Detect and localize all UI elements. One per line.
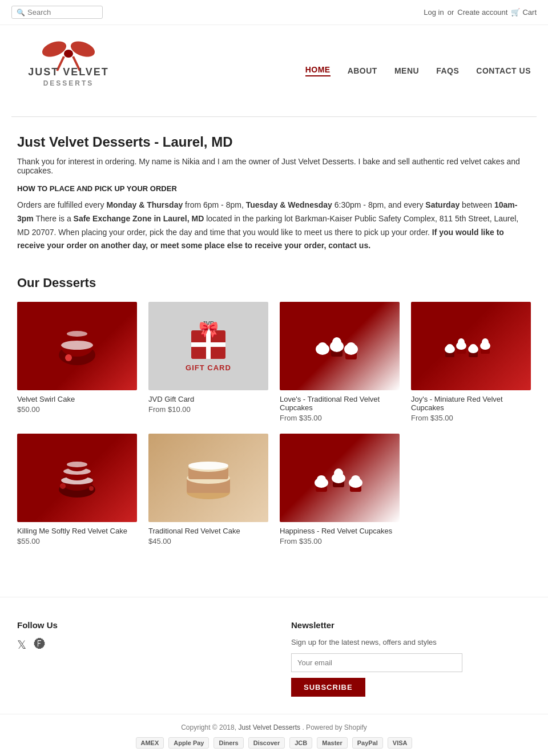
brand-link[interactable]: Just Velvet Desserts bbox=[238, 723, 300, 731]
dessert-card-joys-cupcakes[interactable]: Joy's - Miniature Red Velvet Cupcakes Fr… bbox=[411, 302, 531, 422]
dessert-card-gift-card[interactable]: JVD 🎀 GIFT CARD JVD Gi bbox=[148, 302, 268, 422]
dessert-name-gift-card: JVD Gift Card bbox=[148, 395, 268, 403]
social-icons: 𝕏 🅕 bbox=[17, 638, 257, 652]
dessert-price-velvet-swirl: $50.00 bbox=[17, 405, 137, 414]
payment-jcb: JCB bbox=[289, 737, 312, 749]
logo-area[interactable]: JUST VELVET DESSERTS bbox=[17, 37, 120, 105]
footer-follow-us: Follow Us 𝕏 🅕 bbox=[17, 620, 257, 697]
svg-point-33 bbox=[482, 338, 489, 346]
search-form: 🔍 bbox=[11, 6, 103, 19]
gc-bow: 🎀 bbox=[199, 320, 219, 339]
payment-diners: Diners bbox=[213, 737, 243, 749]
dessert-image-loves-cupcakes bbox=[280, 302, 400, 390]
email-input[interactable] bbox=[291, 653, 462, 672]
payment-amex: AMEX bbox=[136, 737, 164, 749]
svg-point-2 bbox=[64, 50, 73, 58]
intro-text: Thank you for interest in ordering. My n… bbox=[17, 157, 531, 175]
dessert-card-velvet-swirl[interactable]: Velvet Swirl Cake $50.00 bbox=[17, 302, 137, 422]
dessert-price-killing-me: $55.00 bbox=[17, 537, 137, 545]
dessert-name-happiness: Happiness - Red Velvet Cupcakes bbox=[280, 527, 400, 535]
login-link[interactable]: Log in bbox=[424, 8, 444, 17]
dessert-card-killing-me[interactable]: Killing Me Softly Red Velvet Cake $55.00 bbox=[17, 434, 137, 545]
dessert-card-traditional[interactable]: Traditional Red Velvet Cake $45.00 bbox=[148, 434, 268, 545]
svg-text:JUST VELVET: JUST VELVET bbox=[28, 66, 109, 78]
nav-faqs[interactable]: FAQS bbox=[436, 66, 459, 75]
dessert-image-gift-card: JVD 🎀 GIFT CARD bbox=[148, 302, 268, 390]
gc-box: 🎀 bbox=[191, 330, 225, 359]
svg-point-41 bbox=[60, 483, 66, 489]
main-content: Just Velvet Desserts - Laurel, MD Thank … bbox=[0, 117, 548, 563]
dessert-image-killing-me bbox=[17, 434, 137, 522]
payment-icons: AMEX Apple Pay Diners Discover JCB Maste… bbox=[17, 737, 531, 749]
svg-point-27 bbox=[458, 338, 465, 346]
svg-text:DESSERTS: DESSERTS bbox=[43, 79, 94, 87]
dessert-price-happiness: From $35.00 bbox=[280, 537, 400, 545]
dessert-image-traditional bbox=[148, 434, 268, 522]
payment-applepay: Apple Pay bbox=[168, 737, 209, 749]
search-icon: 🔍 bbox=[17, 9, 25, 17]
dessert-price-traditional: $45.00 bbox=[148, 537, 268, 545]
svg-point-0 bbox=[40, 38, 68, 60]
subscribe-button[interactable]: SUBSCRIBE bbox=[291, 678, 365, 697]
svg-point-51 bbox=[317, 475, 326, 483]
nav-menu[interactable]: MENU bbox=[394, 66, 419, 75]
svg-point-24 bbox=[446, 344, 453, 350]
svg-point-12 bbox=[67, 331, 87, 337]
facebook-icon[interactable]: 🅕 bbox=[34, 638, 46, 652]
footer-bottom: Copyright © 2018, Just Velvet Desserts .… bbox=[0, 714, 548, 756]
svg-point-15 bbox=[318, 342, 327, 350]
dessert-name-traditional: Traditional Red Velvet Cake bbox=[148, 527, 268, 535]
page-title: Just Velvet Desserts - Laurel, MD bbox=[17, 134, 531, 150]
main-nav: HOME ABOUT MENU FAQS CONTACT US bbox=[305, 65, 531, 76]
svg-point-10 bbox=[65, 354, 72, 361]
how-to-heading: HOW TO PLACE AND PICK UP YOUR ORDER bbox=[17, 184, 531, 193]
dessert-card-loves-cupcakes[interactable]: Love's - Traditional Red Velvet Cupcakes… bbox=[280, 302, 400, 422]
top-bar: 🔍 Log in or Create account 🛒 Cart bbox=[0, 0, 548, 25]
cart-icon: 🛒 bbox=[511, 8, 520, 17]
nav-contact[interactable]: CONTACT US bbox=[476, 66, 531, 75]
dessert-name-joys-cupcakes: Joy's - Miniature Red Velvet Cupcakes bbox=[411, 395, 531, 412]
svg-point-42 bbox=[89, 486, 94, 491]
svg-point-18 bbox=[332, 337, 341, 347]
dessert-image-happiness bbox=[280, 434, 400, 522]
payment-visa: VISA bbox=[388, 737, 413, 749]
dessert-price-joys-cupcakes: From $35.00 bbox=[411, 414, 531, 422]
day3: Saturday bbox=[425, 200, 460, 209]
dessert-name-velvet-swirl: Velvet Swirl Cake bbox=[17, 395, 137, 403]
twitter-icon[interactable]: 𝕏 bbox=[17, 638, 26, 652]
hours-text: Orders are fulfilled every Monday & Thur… bbox=[17, 199, 531, 253]
gift-card-visual: JVD 🎀 GIFT CARD bbox=[148, 302, 268, 390]
site-header: JUST VELVET DESSERTS HOME ABOUT MENU FAQ… bbox=[0, 25, 548, 116]
svg-point-30 bbox=[470, 344, 477, 350]
svg-point-40 bbox=[67, 462, 87, 467]
cta-text: If you would like to receive your order … bbox=[17, 228, 504, 250]
svg-point-21 bbox=[346, 342, 356, 350]
dessert-name-loves-cupcakes: Love's - Traditional Red Velvet Cupcakes bbox=[280, 395, 400, 412]
payment-discover: Discover bbox=[248, 737, 285, 749]
search-input[interactable] bbox=[27, 8, 102, 17]
nav-home[interactable]: HOME bbox=[305, 65, 331, 76]
logo-image: JUST VELVET DESSERTS bbox=[17, 37, 120, 105]
footer-top: Follow Us 𝕏 🅕 Newsletter Sign up for the… bbox=[0, 597, 548, 714]
day2: Tuesday & Wednesday bbox=[246, 200, 332, 209]
dessert-name-killing-me: Killing Me Softly Red Velvet Cake bbox=[17, 527, 137, 535]
svg-point-57 bbox=[351, 475, 360, 483]
newsletter-text: Sign up for the latest news, offers and … bbox=[291, 638, 531, 646]
payment-master: Master bbox=[317, 737, 347, 749]
or-separator: or bbox=[448, 8, 454, 17]
top-bar-right: Log in or Create account 🛒 Cart bbox=[424, 8, 537, 17]
cart-icon-wrap[interactable]: 🛒 Cart bbox=[511, 8, 537, 17]
newsletter-title: Newsletter bbox=[291, 620, 531, 630]
dessert-card-happiness[interactable]: Happiness - Red Velvet Cupcakes From $35… bbox=[280, 434, 400, 545]
svg-point-1 bbox=[68, 38, 97, 60]
desserts-title: Our Desserts bbox=[17, 276, 531, 290]
nav-about[interactable]: ABOUT bbox=[348, 66, 377, 75]
site-footer: Follow Us 𝕏 🅕 Newsletter Sign up for the… bbox=[0, 597, 548, 756]
footer-copyright: Copyright © 2018, Just Velvet Desserts .… bbox=[17, 723, 531, 731]
day1: Monday & Thursday bbox=[106, 200, 183, 209]
gc-text: GIFT CARD bbox=[186, 363, 231, 372]
svg-point-54 bbox=[334, 468, 343, 479]
cart-label: Cart bbox=[522, 8, 537, 17]
footer-newsletter: Newsletter Sign up for the latest news, … bbox=[291, 620, 531, 697]
create-account-link[interactable]: Create account bbox=[457, 8, 507, 17]
